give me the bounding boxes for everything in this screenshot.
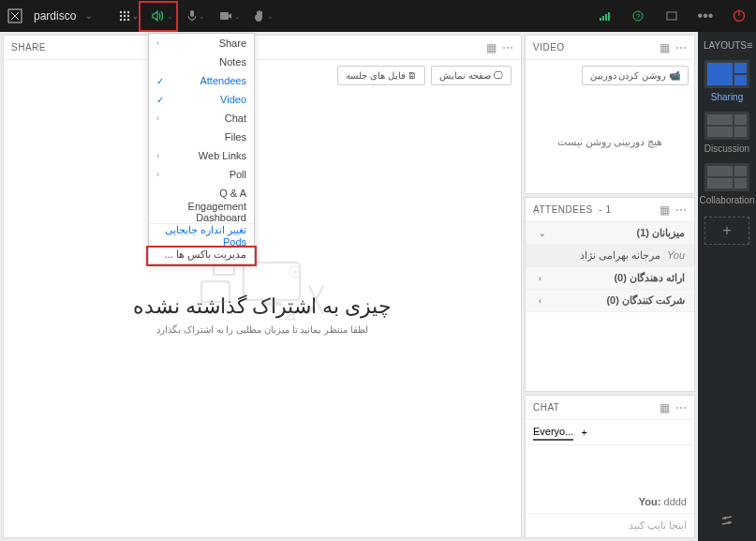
pod-move-icon[interactable]: ▦: [486, 41, 497, 54]
attendees-participants-group[interactable]: شرکت کنندگان (0)›: [526, 290, 694, 312]
pod-menu-icon[interactable]: ⋯: [502, 41, 513, 54]
share-empty-sub: لطفا منتظر بمانید تا میزبان مطلبی را به …: [133, 324, 392, 335]
svg-text:?: ?: [636, 12, 641, 21]
more-menu-button[interactable]: •••: [689, 0, 722, 32]
svg-point-18: [728, 521, 731, 524]
svg-point-9: [127, 19, 129, 21]
chat-input[interactable]: اینجا تایپ کنید: [526, 513, 694, 537]
video-empty-text: هیچ دوربینی روشن نیست: [526, 91, 694, 193]
menu-item-resize-pods[interactable]: تغییر اندازه جابجایی Pods: [149, 226, 254, 245]
share-title: SHARE: [11, 42, 46, 53]
end-meeting-button[interactable]: [722, 0, 756, 32]
layout-sharing[interactable]: [704, 60, 749, 88]
layout-discussion[interactable]: [704, 112, 749, 140]
pod-move-icon[interactable]: ▦: [660, 401, 670, 414]
pod-move-icon[interactable]: ▦: [660, 41, 670, 54]
attendees-hosts-group[interactable]: میزبانان (1)⌄: [526, 222, 694, 245]
svg-point-8: [124, 19, 126, 21]
raise-hand-button[interactable]: ⌄: [246, 0, 280, 32]
work-area: SHARE ▦ ⋯ 🖵 صفحه نمایش 🗎 فایل های جلسه چ…: [0, 32, 698, 541]
speaker-button[interactable]: ⌄: [145, 0, 179, 32]
pods-menu-button[interactable]: ⌄: [111, 0, 145, 32]
fullscreen-button[interactable]: [655, 0, 689, 32]
mic-button[interactable]: ⌄: [179, 0, 213, 32]
svg-point-17: [724, 517, 727, 519]
camera-button[interactable]: ⌄: [213, 0, 246, 32]
menu-item-engagement[interactable]: Engagement Dashboard: [149, 203, 254, 221]
add-layout-button[interactable]: +: [704, 217, 749, 245]
svg-point-4: [120, 15, 122, 17]
attendees-panel: ATTENDEES - 1 ▦ ⋯ میزبانان (1)⌄ You مرجا…: [525, 197, 695, 392]
menu-item-files[interactable]: Files: [149, 128, 254, 146]
share-panel: SHARE ▦ ⋯ 🖵 صفحه نمایش 🗎 فایل های جلسه چ…: [3, 35, 522, 538]
chat-tab-everyone[interactable]: Everyo...: [533, 424, 573, 441]
pods-dropdown-menu: ›Share Notes ✓Attendees ✓Video ›Chat Fil…: [148, 33, 255, 264]
svg-rect-10: [190, 10, 194, 17]
attendees-title: ATTENDEES - 1: [533, 204, 612, 215]
pod-menu-icon[interactable]: ⋯: [675, 41, 687, 54]
enable-camera-button[interactable]: 📹 روشن کردن دوربین: [582, 66, 689, 85]
layouts-settings-icon[interactable]: [711, 505, 743, 541]
chat-title: CHAT: [533, 402, 559, 413]
layout-collaboration[interactable]: [704, 163, 749, 191]
share-screen-button[interactable]: 🖵 صفحه نمایش: [431, 66, 511, 85]
menu-item-share[interactable]: ›Share: [149, 34, 254, 53]
svg-point-7: [120, 19, 122, 21]
attendees-presenters-group[interactable]: ارائه دهندگان (0)›: [526, 267, 694, 290]
menu-item-video[interactable]: ✓Video: [149, 90, 254, 109]
pod-menu-icon[interactable]: ⋯: [675, 203, 687, 217]
menu-item-attendees[interactable]: ✓Attendees: [149, 71, 254, 90]
attendee-row[interactable]: You مرجانه بهرامی نژاد: [526, 245, 694, 267]
layout-label: Discussion: [704, 143, 749, 154]
chat-add-tab-button[interactable]: +: [581, 427, 586, 438]
layouts-header: LAYOUTS ≡: [698, 32, 756, 56]
room-menu-chevron-icon[interactable]: ⌄: [80, 11, 98, 21]
menu-item-poll[interactable]: ›Poll: [149, 165, 254, 184]
share-files-button[interactable]: 🗎 فایل های جلسه: [337, 66, 425, 85]
share-toolbar: 🖵 صفحه نمایش 🗎 فایل های جلسه: [4, 60, 521, 91]
video-panel: VIDEO ▦ ⋯ 📹 روشن کردن دوربین هیچ دوربینی…: [525, 35, 695, 194]
svg-point-3: [127, 11, 129, 13]
video-title: VIDEO: [533, 42, 565, 53]
svg-point-1: [120, 11, 122, 13]
svg-point-2: [124, 11, 126, 13]
layouts-menu-icon[interactable]: ≡: [747, 39, 752, 51]
top-bar: pardisco ⌄ ⌄ ⌄ ⌄ ⌄ ⌄ ? •••: [0, 0, 756, 32]
chat-messages: You: dddd: [526, 445, 694, 513]
svg-point-6: [127, 15, 129, 17]
menu-item-manage-pods[interactable]: مدیریت باکس ها ...: [149, 245, 254, 263]
svg-point-5: [124, 15, 126, 17]
menu-item-qna[interactable]: Q & A: [149, 184, 254, 203]
layout-label: Collaboration: [700, 195, 755, 205]
room-title[interactable]: pardisco: [30, 9, 80, 23]
share-empty-heading: چیزی به اشتراک گذاشته نشده: [133, 294, 392, 319]
layouts-panel: LAYOUTS ≡ Sharing Discussion Collaborati…: [698, 32, 756, 541]
connection-signal-icon: [587, 0, 621, 32]
app-logo-icon: [0, 1, 30, 31]
chat-panel: CHAT ▦ ⋯ Everyo... + You: dddd اینجا تای…: [525, 395, 695, 538]
menu-item-chat[interactable]: ›Chat: [149, 109, 254, 128]
menu-item-weblinks[interactable]: ›Web Links: [149, 146, 254, 165]
svg-rect-14: [667, 12, 676, 20]
menu-item-notes[interactable]: Notes: [149, 53, 254, 71]
pod-move-icon[interactable]: ▦: [660, 203, 670, 217]
pod-menu-icon[interactable]: ⋯: [675, 401, 687, 414]
svg-rect-11: [220, 12, 229, 20]
help-button[interactable]: ?: [621, 0, 655, 32]
layout-label: Sharing: [711, 92, 743, 102]
